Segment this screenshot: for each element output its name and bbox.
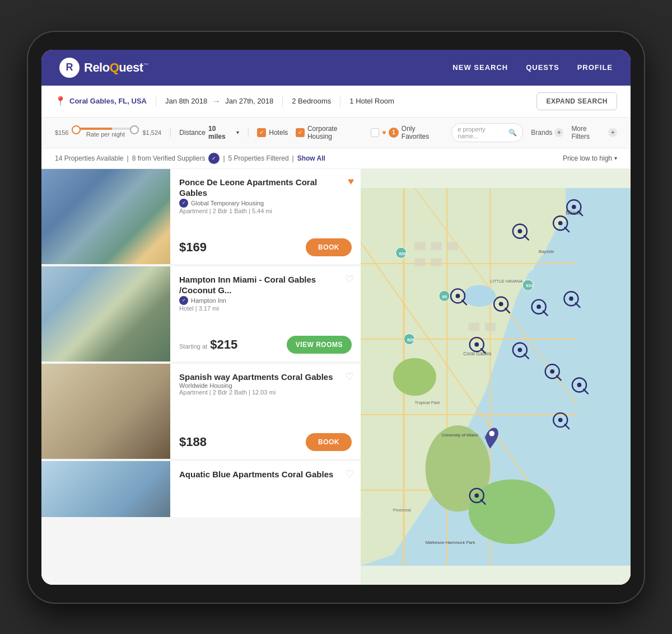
svg-text:LITTLE HAVANA: LITTLE HAVANA [490, 278, 523, 283]
svg-point-43 [558, 220, 563, 225]
only-favorites-label: Only Favorites [402, 125, 444, 140]
property-title: Ponce De Leone Apartments Coral Gables [179, 177, 352, 199]
chevron-down-icon: ▾ [236, 129, 239, 135]
divider-2 [282, 96, 283, 107]
supplier-verified-icon: ✓ [179, 296, 188, 305]
property-bedrooms: 2 Bdr [213, 389, 227, 396]
property-price-row: Starting at $215 VIEW ROOMS [179, 336, 352, 354]
property-price-wrapper: Starting at $215 [179, 337, 237, 352]
property-thumbnail [41, 266, 170, 361]
book-button[interactable]: BOOK [306, 433, 352, 451]
more-filters-plus-icon: + [608, 128, 617, 137]
svg-point-67 [550, 369, 554, 374]
search-room-type[interactable]: 1 Hotel Room [349, 97, 394, 105]
search-bedrooms[interactable]: 2 Bedrooms [292, 97, 331, 105]
property-card: ♡ Hampton Inn Miami - Coral Gables /Coco… [41, 266, 361, 361]
price-max-label: $1,524 [142, 129, 161, 136]
svg-rect-18 [447, 242, 458, 250]
property-image [41, 266, 170, 361]
sort-chevron-icon: ▾ [614, 155, 617, 161]
svg-rect-17 [431, 242, 441, 250]
svg-rect-20 [431, 258, 441, 266]
property-thumbnail [41, 169, 170, 264]
map-svg: Miami Coral Gables LITTLE HAVANA Bayside… [361, 169, 631, 585]
property-image [41, 169, 170, 264]
date-to: Jan 27th, 2018 [225, 97, 273, 105]
favorite-button[interactable]: ♡ [345, 468, 354, 480]
svg-rect-19 [414, 258, 425, 266]
corporate-housing-checkbox[interactable]: ✓ [296, 128, 305, 137]
favorite-button[interactable]: ♥ [348, 176, 354, 187]
property-title: Aquatic Blue Apartments Coral Gables [179, 469, 352, 480]
brands-filter[interactable]: Brands + [531, 128, 563, 137]
view-rooms-button[interactable]: VIEW ROOMS [287, 336, 352, 354]
svg-point-49 [456, 294, 460, 298]
book-button[interactable]: BOOK [306, 238, 352, 256]
sort-dropdown[interactable]: Price low to high ▾ [563, 154, 617, 162]
property-details: Apartment | 2 Bdr 2 Bath | 12.03 mi [179, 389, 352, 396]
show-all-link[interactable]: Show All [297, 154, 325, 162]
favorite-button[interactable]: ♡ [345, 370, 354, 383]
property-distance: 5.44 mi [252, 208, 272, 214]
property-price: $188 [179, 435, 207, 449]
svg-text:933: 933 [526, 283, 533, 288]
nav-new-search[interactable]: NEW SEARCH [452, 63, 508, 72]
property-card: ♥ Ponce De Leone Apartments Coral Gables… [41, 169, 361, 264]
property-card: ♡ Spanish way Apartments Coral Gables Wo… [41, 364, 361, 459]
property-list: ♥ Ponce De Leone Apartments Coral Gables… [41, 169, 361, 585]
property-details: Apartment | 2 Bdr 1 Bath | 5.44 mi [179, 208, 352, 214]
only-favorites-checkbox[interactable] [371, 128, 380, 137]
property-bedrooms: 2 Bdr [213, 208, 227, 214]
svg-text:Bayside: Bayside [539, 248, 554, 253]
svg-text:826: 826 [399, 251, 406, 256]
nav-profile[interactable]: PROFILE [577, 63, 613, 72]
separator-1: | [127, 154, 129, 162]
property-name-search[interactable]: e property name... 🔍 [451, 123, 523, 142]
svg-point-76 [474, 493, 479, 497]
svg-point-13 [469, 479, 555, 544]
property-type: Hotel [179, 305, 194, 312]
hotels-label: Hotels [269, 129, 288, 137]
nav-quests[interactable]: QUESTS [526, 63, 559, 72]
corporate-housing-label: Corporate Housing [307, 125, 363, 140]
distance-label: Distance [179, 129, 206, 137]
property-image [41, 461, 170, 517]
distance-filter[interactable]: Distance 10 miles ▾ [179, 125, 239, 140]
separator-3: | [292, 154, 294, 162]
svg-rect-16 [414, 242, 425, 250]
property-title: Spanish way Apartments Coral Gables [179, 372, 352, 383]
price-slider[interactable] [72, 128, 139, 130]
property-distance: 12.03 mi [252, 389, 276, 396]
price-min-label: $156 [55, 129, 68, 136]
nav-links: NEW SEARCH QUESTS PROFILE [452, 63, 613, 72]
total-properties: 14 Properties Available [55, 154, 124, 162]
starting-at-label: Starting at [179, 343, 209, 350]
svg-point-64 [518, 347, 522, 352]
hotels-filter[interactable]: ✓ Hotels [257, 128, 288, 137]
corporate-housing-filter[interactable]: ✓ Corporate Housing [296, 125, 362, 140]
supplier-name: Global Temporary Housing [191, 200, 264, 206]
filter-sep-1: | [169, 128, 171, 138]
more-filters-button[interactable]: More Filters + [571, 125, 617, 140]
header: R ReloQuest™ NEW SEARCH QUESTS PROFILE [41, 50, 631, 86]
svg-rect-22 [485, 323, 496, 331]
search-dates[interactable]: Jan 8th 2018 → Jan 27th, 2018 [165, 96, 273, 106]
filter-sep-2: | [247, 128, 249, 138]
location-text: Coral Gables, FL, USA [69, 97, 147, 105]
hotels-checkbox[interactable]: ✓ [257, 128, 266, 137]
only-favorites-filter[interactable]: ♥ 1 Only Favorites [371, 125, 444, 140]
property-thumbnail [41, 461, 170, 517]
property-supplier: ✓ Hampton Inn [179, 296, 352, 305]
results-header: 14 Properties Available | 8 from Verifie… [41, 148, 631, 169]
search-bar: 📍 Coral Gables, FL, USA Jan 8th 2018 → J… [41, 86, 631, 118]
expand-search-button[interactable]: EXPAND SEARCH [536, 92, 617, 110]
svg-point-78 [489, 430, 494, 436]
property-type: Apartment [179, 208, 208, 214]
property-image [41, 364, 170, 459]
search-location[interactable]: 📍 Coral Gables, FL, USA [55, 96, 147, 106]
svg-text:University of Miami: University of Miami [442, 432, 478, 437]
main-content: ♥ Ponce De Leone Apartments Coral Gables… [41, 169, 631, 585]
supplier-verified-icon: ✓ [179, 199, 188, 208]
favorite-button[interactable]: ♡ [345, 273, 354, 285]
logo-text: ReloQuest™ [84, 60, 148, 75]
